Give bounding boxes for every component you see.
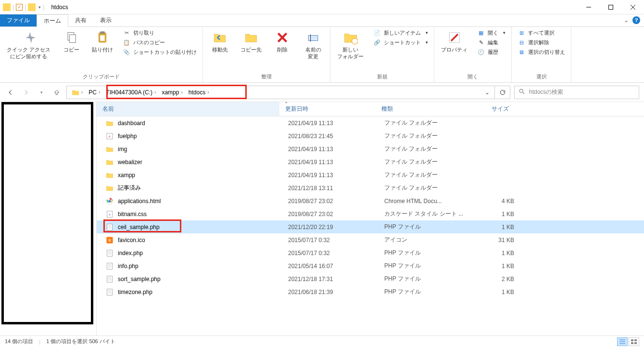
separator: | [43,4,44,11]
new-folder-button[interactable]: 新しい フォルダー [334,29,366,61]
titlebar: | ✓ | ▾ | htdocs [0,0,644,14]
tab-home[interactable]: ホーム [37,14,68,27]
file-type: ファイル フォルダー [384,119,466,127]
navigation-pane[interactable] [0,102,97,335]
label: ショートカット [384,39,421,46]
checkbox-icon[interactable]: ✓ [16,4,23,11]
help-icon[interactable]: ? [632,16,640,24]
label: 選択解除 [528,39,549,46]
file-row[interactable]: Ffuelphp2021/08/23 21:45ファイル フォルダー [97,129,644,142]
file-type: PHP ファイル [384,275,466,283]
minimize-button[interactable] [578,0,600,14]
details-view-button[interactable] [617,337,628,346]
label: 更新日時 [285,105,308,113]
file-type: ファイル フォルダー [384,132,466,140]
file-type: PHP ファイル [384,288,466,296]
move-to-button[interactable]: 移動先 [207,29,233,54]
window-controls [578,0,644,14]
svg-text:#: # [109,213,111,216]
dropdown-icon[interactable]: ▾ [38,5,41,10]
status-item-count: 14 個の項目 [5,338,33,345]
maximize-button[interactable] [600,0,622,14]
search-input[interactable]: htdocsの検索 [514,86,639,99]
refresh-button[interactable] [495,86,510,99]
paste-button[interactable]: 貼り付け [89,29,116,54]
select-none-button[interactable]: ⊟選択解除 [516,39,567,46]
file-row[interactable]: Xfavicon.ico2015/07/17 0:32アイコン31 KB [97,233,644,246]
file-type: Chrome HTML Docu... [384,198,466,205]
copy-button[interactable]: コピー [58,29,84,54]
file-name: fuelphp [118,133,288,140]
group-new: 新しい フォルダー 📄新しいアイテム▾ 🔗ショートカット▾ 新規 [330,27,434,82]
collapse-ribbon-icon[interactable]: ⌄ [624,17,629,24]
column-date[interactable]: 更新日時 [279,102,376,116]
file-type: ファイル フォルダー [384,184,466,192]
breadcrumb-pc[interactable]: PC› [86,86,103,99]
file-row[interactable]: applications.html2019/08/27 23:02Chrome … [97,194,644,207]
search-icon [518,88,525,96]
copy-path-button[interactable]: 📋パスのコピー [121,39,199,46]
address-dropdown-icon[interactable]: ⌄ [482,89,492,96]
tab-file[interactable]: ファイル [0,14,37,26]
label: プロパティ [441,46,467,53]
file-row[interactable]: 記事済み2021/12/18 13:11ファイル フォルダー [97,181,644,194]
select-all-button[interactable]: ⊞すべて選択 [516,29,567,37]
file-row[interactable]: dashboard2021/04/19 11:13ファイル フォルダー [97,116,644,129]
paste-shortcut-button[interactable]: 📎ショートカットの貼り付け [121,48,199,56]
address-bar[interactable]: › PC› TIH0447300A (C:)› xampp› htdocs› ⌄ [66,86,495,99]
label: xampp [162,89,179,96]
easy-access-button[interactable]: 🔗ショートカット▾ [371,39,430,46]
file-date: 2021/04/19 11:13 [288,146,384,153]
file-row[interactable]: img2021/04/19 11:13ファイル フォルダー [97,142,644,155]
breadcrumb-xampp[interactable]: xampp› [159,86,185,99]
column-name[interactable]: 名前 [97,102,279,116]
file-name: xampp [118,172,288,179]
up-button[interactable] [51,87,63,98]
svg-point-20 [108,200,111,202]
view-buttons [617,337,639,346]
svg-rect-49 [634,339,637,341]
column-type[interactable]: 種類 [376,102,457,116]
invert-selection-button[interactable]: ⊠選択の切り替え [516,48,567,56]
separator: | [39,339,40,345]
delete-button[interactable]: 削除 [269,29,295,54]
thumbnails-view-button[interactable] [629,337,639,346]
close-button[interactable] [622,0,644,14]
open-button[interactable]: ▦開く▾ [475,29,507,37]
column-size[interactable]: サイズ [457,102,515,116]
file-row[interactable]: sort_sample.php2021/12/18 17:31PHP ファイル2… [97,272,644,285]
edit-button[interactable]: ✎編集 [475,39,507,46]
tab-share[interactable]: 共有 [68,14,93,26]
history-button[interactable]: 🕘履歴 [475,48,507,56]
ribbon-right: ⌄ ? [624,16,640,24]
svg-rect-48 [631,339,633,341]
back-button[interactable] [5,87,16,98]
file-row[interactable]: timezone.php2021/06/18 21:39PHP ファイル1 KB [97,285,644,298]
file-row[interactable]: #bitnami.css2019/08/27 23:02カスケード スタイル シ… [97,207,644,220]
rename-button[interactable]: 名前の 変更 [300,29,326,61]
properties-button[interactable]: プロパティ [438,29,470,54]
file-row[interactable]: xampp2021/04/19 11:13ファイル フォルダー [97,168,644,181]
copy-to-button[interactable]: コピー先 [238,29,265,54]
tab-view[interactable]: 表示 [93,14,118,26]
cut-button[interactable]: ✂切り取り [121,29,199,37]
label: 開く [488,29,498,37]
breadcrumb-htdocs[interactable]: htdocs› [186,86,212,99]
file-name: bitnami.css [118,211,288,218]
file-name: dashboard [118,120,288,127]
label: クイック アクセス にピン留めする [7,46,51,60]
file-row[interactable]: index.php2015/07/17 0:32PHP ファイル1 KB [97,246,644,259]
pin-to-quick-access-button[interactable]: クイック アクセス にピン留めする [4,29,53,61]
file-row[interactable]: info.php2021/05/14 16:07PHP ファイル1 KB [97,259,644,272]
file-row[interactable]: webalizer2021/04/19 11:13ファイル フォルダー [97,155,644,168]
file-row[interactable]: ceil_sample.php2021/12/20 22:19PHP ファイル1… [97,220,644,233]
svg-rect-51 [634,342,637,344]
file-size: 1 KB [466,289,514,296]
label: 種類 [381,105,393,113]
new-item-button[interactable]: 📄新しいアイテム▾ [371,29,430,37]
recent-dropdown[interactable]: ▾ [36,87,47,98]
breadcrumb-drive[interactable]: TIH0447300A (C:)› [103,86,159,99]
forward-button[interactable] [20,87,32,98]
file-icon [105,184,114,193]
group-organize: 移動先 コピー先 削除 名前の 変更 整理 [203,27,330,82]
